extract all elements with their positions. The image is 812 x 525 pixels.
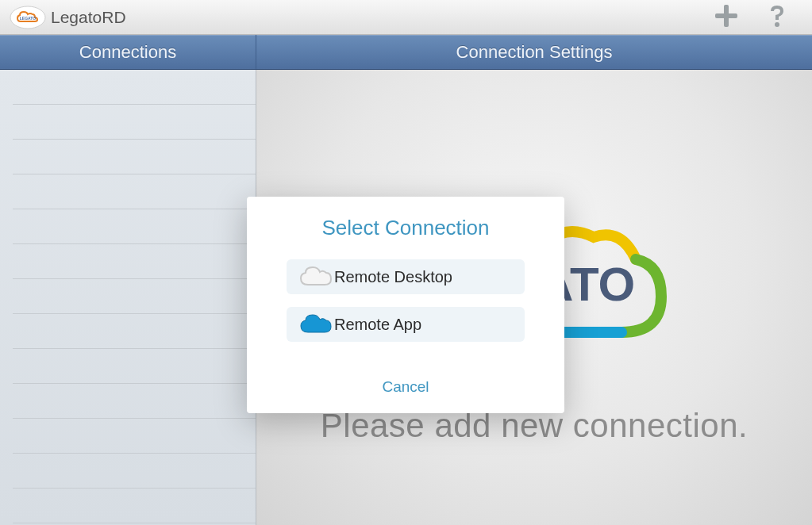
header-connections[interactable]: Connections <box>0 35 256 69</box>
option-label: Remote Desktop <box>334 268 452 286</box>
add-icon[interactable] <box>712 2 741 33</box>
cloud-filled-icon <box>296 312 334 336</box>
help-icon[interactable] <box>763 2 791 33</box>
list-item <box>13 105 256 140</box>
app-title: LegatoRD <box>51 8 126 27</box>
list-item <box>13 140 256 174</box>
header-bar: Connections Connection Settings <box>0 35 812 70</box>
list-item <box>13 244 256 279</box>
connections-sidebar <box>0 70 256 525</box>
svg-point-4 <box>775 22 779 27</box>
list-item <box>13 454 256 489</box>
list-item <box>13 314 256 349</box>
header-connection-settings[interactable]: Connection Settings <box>256 35 812 69</box>
list-item <box>13 209 256 244</box>
list-item <box>13 349 256 384</box>
app-logo-icon: LEGATO <box>10 6 46 29</box>
titlebar: LEGATO LegatoRD <box>0 0 812 35</box>
option-label: Remote App <box>334 316 421 334</box>
cancel-button[interactable]: Cancel <box>382 378 429 396</box>
select-connection-dialog: Select Connection Remote Desktop Remote … <box>247 197 564 413</box>
svg-text:LEGATO: LEGATO <box>20 16 36 21</box>
list-item <box>13 174 256 209</box>
svg-rect-3 <box>715 13 737 18</box>
dialog-title: Select Connection <box>287 216 525 240</box>
list-item <box>13 489 256 523</box>
list-item <box>13 419 256 454</box>
list-item <box>13 70 256 105</box>
option-remote-desktop[interactable]: Remote Desktop <box>287 259 525 294</box>
option-remote-app[interactable]: Remote App <box>287 307 525 342</box>
titlebar-actions <box>712 2 802 33</box>
list-item <box>13 384 256 419</box>
cloud-outline-icon <box>296 265 334 289</box>
list-item <box>13 279 256 314</box>
